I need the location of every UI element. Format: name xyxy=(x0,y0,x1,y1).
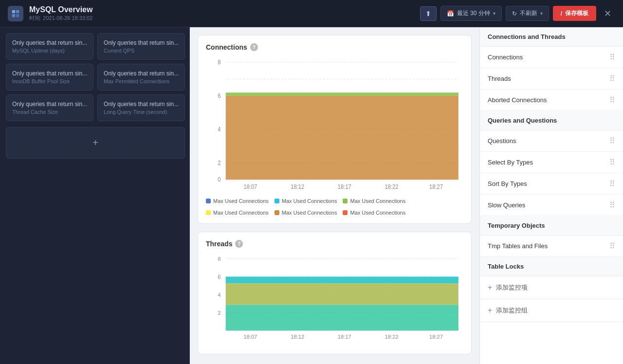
add-group-label: 添加监控组 xyxy=(496,306,528,315)
svg-text:18:22: 18:22 xyxy=(385,184,398,190)
save-label: 保存模板 xyxy=(565,9,588,18)
sidebar-card-title-0: Only queries that return sin... xyxy=(12,39,87,46)
calendar-icon: 📅 xyxy=(447,10,454,17)
legend-item-4: Max Used Connections xyxy=(275,210,337,216)
legend-label-3: Max Used Connections xyxy=(213,210,269,216)
sidebar-card-sub-1: Current QPS xyxy=(104,48,179,54)
sidebar-card-sub-3: Max Permitted Connections xyxy=(104,78,179,84)
drag-icon-aborted[interactable]: ⠿ xyxy=(609,95,615,105)
connections-chart-title: Connections ? xyxy=(206,43,463,51)
refresh-icon: ↻ xyxy=(512,10,517,17)
svg-text:18:07: 18:07 xyxy=(244,184,257,190)
close-button[interactable]: ✕ xyxy=(600,6,615,21)
time-range-button[interactable]: 📅 最近 30 分钟 ▾ xyxy=(440,6,502,21)
right-section-header-2: Temporary Objects xyxy=(480,216,623,236)
drag-icon-connections[interactable]: ⠿ xyxy=(609,53,615,62)
svg-text:18:12: 18:12 xyxy=(291,184,304,190)
svg-text:6: 6 xyxy=(218,93,220,99)
time-range-label: 最近 30 分钟 xyxy=(457,9,490,18)
legend-color-1 xyxy=(275,199,279,203)
legend-item-1: Max Used Connections xyxy=(275,198,337,204)
add-panel-button[interactable]: + xyxy=(6,127,185,159)
right-section-header-3: Table Locks xyxy=(480,257,623,276)
app-logo xyxy=(8,6,23,21)
svg-text:8: 8 xyxy=(218,256,220,262)
svg-marker-35 xyxy=(226,283,458,305)
add-monitor-label: 添加监控项 xyxy=(496,283,528,292)
sidebar-card-grid: Only queries that return sin... MySQL Up… xyxy=(6,33,183,159)
sidebar-card-3[interactable]: Only queries that return sin... Max Perm… xyxy=(97,64,185,91)
svg-text:4: 4 xyxy=(218,127,221,132)
refresh-label: 不刷新 xyxy=(520,9,537,18)
add-monitor-group-button[interactable]: + 添加监控组 xyxy=(480,299,623,322)
connections-svg: 8 6 4 2 0 18:07 18:12 18:17 18:22 xyxy=(206,57,463,193)
sidebar-card-2[interactable]: Only queries that return sin... InnoDB B… xyxy=(6,64,93,91)
page-subtitle: 时间: 2021-08-26 18:33:02 xyxy=(29,15,420,22)
right-item-tmp-tables[interactable]: Tmp Tables and Files ⠿ xyxy=(480,236,623,257)
right-item-label-tmp-tables: Tmp Tables and Files xyxy=(488,242,548,250)
right-item-label-sort-by-types: Sort By Types xyxy=(488,180,527,187)
right-item-aborted[interactable]: Aborted Connections ⠿ xyxy=(480,90,623,111)
connections-info-icon[interactable]: ? xyxy=(250,43,258,51)
legend-item-5: Max Used Connections xyxy=(343,210,405,216)
sidebar-card-title-4: Only queries that return sin... xyxy=(12,101,87,108)
right-section-header-0: Connections and Threads xyxy=(480,27,623,47)
connections-chart-card: Connections ? 8 6 4 xyxy=(198,35,472,224)
svg-text:0: 0 xyxy=(218,177,220,182)
drag-icon-select-by-types[interactable]: ⠿ xyxy=(609,158,615,167)
page-title: MySQL Overview xyxy=(29,5,420,14)
sidebar-card-4[interactable]: Only queries that return sin... Thread C… xyxy=(6,94,93,121)
drag-icon-slow-queries[interactable]: ⠿ xyxy=(609,200,615,210)
drag-icon-sort-by-types[interactable]: ⠿ xyxy=(609,179,615,188)
svg-rect-3 xyxy=(16,14,19,17)
legend-label-4: Max Used Connections xyxy=(282,210,337,216)
svg-text:4: 4 xyxy=(218,291,220,297)
threads-chart-title: Threads ? xyxy=(206,240,463,248)
sidebar-card-title-5: Only queries that return sin... xyxy=(104,101,179,108)
right-item-connections[interactable]: Connections ⠿ xyxy=(480,47,623,68)
share-button[interactable]: ⬆ xyxy=(420,6,437,21)
sidebar-card-title-1: Only queries that return sin... xyxy=(104,39,179,46)
add-monitor-item-button[interactable]: + 添加监控项 xyxy=(480,276,623,299)
svg-text:18:27: 18:27 xyxy=(429,184,443,190)
right-section-header-1: Queries and Questions xyxy=(480,111,623,130)
svg-rect-1 xyxy=(16,10,19,13)
svg-text:18:27: 18:27 xyxy=(429,334,443,340)
drag-icon-tmp-tables[interactable]: ⠿ xyxy=(609,241,615,251)
chevron-down-icon: ▾ xyxy=(493,11,495,16)
sidebar-card-5[interactable]: Only queries that return sin... Long Que… xyxy=(97,94,185,121)
sidebar-card-1[interactable]: Only queries that return sin... Current … xyxy=(97,33,185,60)
right-item-label-connections: Connections xyxy=(488,54,523,61)
sidebar-card-sub-0: MySQL Uptime (days) xyxy=(12,48,87,54)
right-item-sort-by-types[interactable]: Sort By Types ⠿ xyxy=(480,173,623,195)
svg-text:6: 6 xyxy=(218,274,220,280)
svg-rect-2 xyxy=(12,14,15,17)
svg-text:2: 2 xyxy=(218,160,220,166)
sidebar-card-sub-5: Long Query Time (second) xyxy=(104,109,179,115)
header-actions: ⬆ 📅 最近 30 分钟 ▾ ↻ 不刷新 ▾ / 保存模板 ✕ xyxy=(420,6,615,21)
slash-icon: / xyxy=(561,10,562,17)
right-sidebar: Connections and Threads Connections ⠿ Th… xyxy=(479,27,623,364)
drag-icon-threads[interactable]: ⠿ xyxy=(609,74,615,83)
right-item-questions[interactable]: Questions ⠿ xyxy=(480,130,623,152)
legend-color-3 xyxy=(206,210,211,215)
connections-legend: Max Used Connections Max Used Connection… xyxy=(206,198,463,216)
threads-info-icon[interactable]: ? xyxy=(235,240,243,248)
svg-text:18:17: 18:17 xyxy=(338,184,351,190)
plus-icon: + xyxy=(92,137,98,148)
refresh-button[interactable]: ↻ 不刷新 ▾ xyxy=(506,6,549,21)
legend-item-3: Max Used Connections xyxy=(206,210,269,216)
sidebar-card-sub-2: InnoDB Buffer Pool Size xyxy=(12,78,87,84)
center-content: Connections ? 8 6 4 xyxy=(190,27,479,364)
legend-color-4 xyxy=(275,210,279,215)
svg-text:18:22: 18:22 xyxy=(385,334,398,340)
right-item-threads[interactable]: Threads ⠿ xyxy=(480,68,623,90)
right-item-slow-queries[interactable]: Slow Queries ⠿ xyxy=(480,195,623,216)
sidebar-card-0[interactable]: Only queries that return sin... MySQL Up… xyxy=(6,33,93,60)
plus-icon-monitor: + xyxy=(488,283,492,292)
svg-marker-18 xyxy=(226,96,458,180)
drag-icon-questions[interactable]: ⠿ xyxy=(609,136,615,146)
right-item-select-by-types[interactable]: Select By Types ⠿ xyxy=(480,152,623,173)
legend-item-2: Max Used Connections xyxy=(343,198,405,204)
save-template-button[interactable]: / 保存模板 xyxy=(553,6,596,21)
